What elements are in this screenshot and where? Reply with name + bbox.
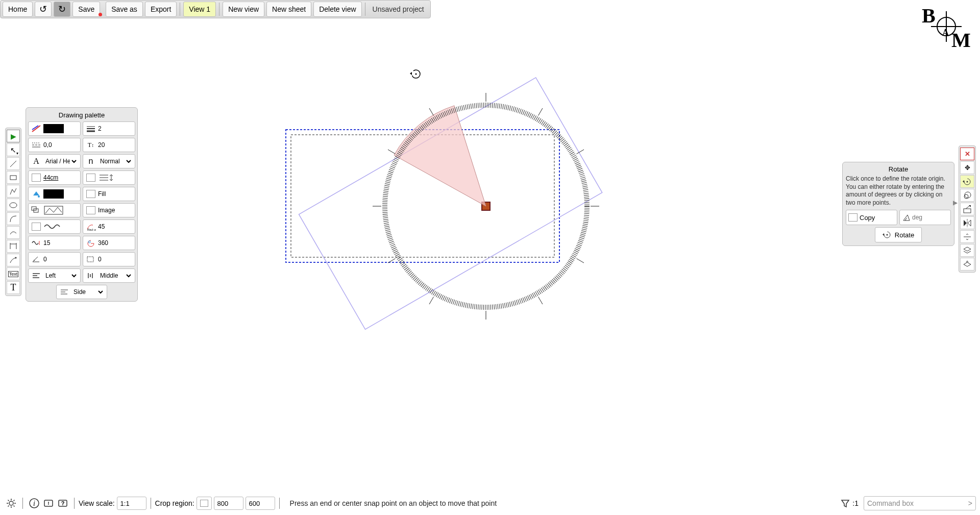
command-placeholder: Command box (867, 499, 914, 507)
right-toolbar: ✕ ✥ (959, 145, 976, 273)
svg-text:?: ? (61, 500, 65, 506)
crop-width-input[interactable] (217, 500, 240, 507)
svg-marker-75 (968, 220, 971, 226)
arrange-tool[interactable] (960, 244, 974, 257)
save-as-button[interactable]: Save as (106, 2, 143, 17)
separator (180, 3, 180, 16)
help-icon[interactable]: ? (57, 498, 68, 509)
undo-button[interactable]: ↺ (35, 2, 52, 17)
settings-icon[interactable] (6, 498, 17, 509)
svg-line-51 (538, 108, 543, 116)
view1-button[interactable]: View 1 (183, 2, 216, 17)
export-button[interactable]: Export (145, 2, 177, 17)
svg-point-68 (967, 181, 968, 182)
panel-collapse-arrow[interactable]: ▶ (953, 199, 958, 206)
svg-marker-79 (964, 262, 971, 266)
funnel-value: :1 (852, 499, 859, 507)
status-message: Press an end or center snap point on an … (290, 499, 497, 507)
svg-line-55 (538, 297, 543, 305)
svg-marker-99 (842, 500, 849, 507)
view-scale-field[interactable] (117, 497, 146, 510)
canvas[interactable] (0, 20, 980, 495)
to-front-tool[interactable] (960, 258, 974, 271)
svg-line-89 (8, 500, 9, 501)
svg-line-57 (429, 297, 434, 305)
rotate-deg-field[interactable] (899, 210, 951, 225)
svg-text:i: i (33, 500, 35, 507)
crop-region-toggle[interactable] (197, 497, 212, 510)
unsaved-indicator-dot (99, 13, 102, 16)
rotate-apply-button[interactable]: Rotate (875, 227, 922, 242)
svg-text:!: ! (48, 501, 50, 506)
delete-view-button[interactable]: Delete view (313, 2, 361, 17)
project-title: Unsaved project (368, 5, 429, 13)
crop-height-field[interactable] (246, 497, 275, 510)
separator (219, 3, 219, 16)
edit-points-tool[interactable] (960, 203, 974, 215)
rotate-panel-desc: Click once to define the rotate origin. … (846, 175, 951, 207)
command-caret: > (968, 499, 972, 507)
svg-line-90 (14, 506, 15, 507)
svg-marker-80 (903, 215, 910, 220)
save-button[interactable]: Save (72, 2, 100, 17)
view-scale-label: View scale: (79, 499, 115, 507)
top-toolbar: Home ↺ ↻ Save Save as Export View 1 New … (0, 0, 431, 18)
svg-line-91 (8, 506, 9, 507)
new-sheet-button[interactable]: New sheet (266, 2, 311, 17)
close-transform-button[interactable]: ✕ (960, 148, 974, 160)
rotate-panel-title: Rotate (846, 165, 951, 173)
rotate-copy-toggle[interactable]: Copy (846, 210, 897, 225)
redo-button[interactable]: ↻ (54, 2, 70, 17)
crop-width-field[interactable] (214, 497, 243, 510)
tips-icon[interactable]: ! (43, 498, 54, 509)
status-bar: i ! ? View scale: Crop region: Press an … (4, 496, 976, 511)
svg-line-60 (388, 150, 396, 154)
svg-point-65 (415, 73, 417, 75)
rotate-cursor-icon (410, 70, 420, 78)
svg-marker-82 (883, 233, 884, 236)
view-scale-input[interactable] (120, 500, 143, 507)
scale-tool[interactable] (960, 189, 974, 202)
command-box[interactable]: Command box > (864, 496, 976, 510)
svg-line-72 (966, 206, 970, 209)
svg-line-61 (429, 108, 434, 116)
svg-point-83 (886, 234, 888, 236)
align-tool[interactable] (960, 230, 974, 243)
separator (365, 3, 365, 16)
svg-line-92 (14, 500, 15, 501)
funnel-icon[interactable] (840, 498, 851, 509)
mirror-h-tool[interactable] (960, 216, 974, 229)
svg-line-54 (577, 259, 584, 263)
home-button[interactable]: Home (3, 2, 33, 17)
info-icon[interactable]: i (29, 498, 40, 509)
svg-rect-71 (964, 209, 971, 213)
move-tool[interactable]: ✥ (960, 161, 974, 174)
svg-marker-64 (410, 72, 412, 75)
rotate-panel: Rotate Click once to define the rotate o… (842, 162, 954, 246)
svg-point-84 (9, 501, 13, 505)
new-view-button[interactable]: New view (223, 2, 264, 17)
svg-marker-67 (963, 180, 964, 183)
rotate-tool[interactable] (960, 175, 974, 188)
svg-marker-74 (964, 220, 967, 226)
svg-line-58 (388, 259, 396, 263)
rotate-deg-input[interactable] (912, 214, 933, 221)
svg-marker-78 (964, 247, 971, 251)
crop-height-input[interactable] (249, 500, 272, 507)
crop-region-label: Crop region: (155, 499, 194, 507)
